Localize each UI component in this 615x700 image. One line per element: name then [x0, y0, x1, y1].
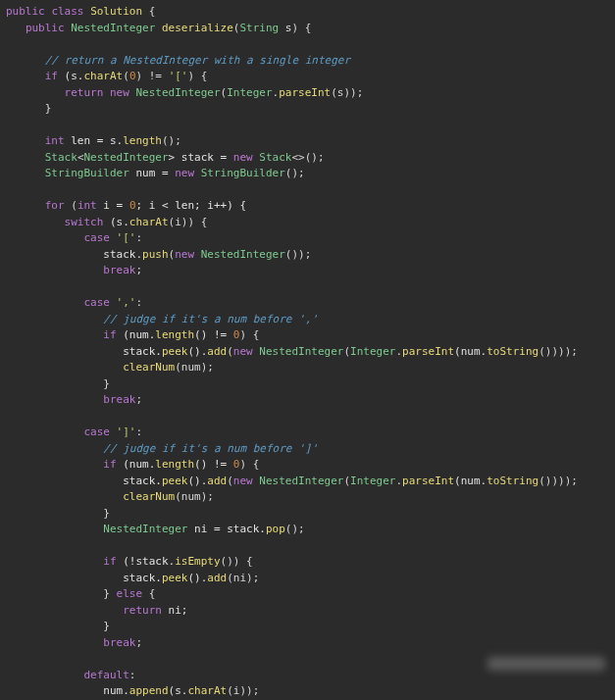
keyword: new — [233, 345, 253, 358]
keyword: int — [77, 199, 97, 212]
comment: // return a NestedInteger with a single … — [45, 54, 350, 67]
keyword: case — [83, 425, 110, 438]
keyword: return — [65, 86, 104, 99]
keyword: switch — [65, 216, 104, 228]
type: Integer — [227, 86, 272, 99]
type: StringBuilder — [45, 167, 129, 179]
keyword: return — [123, 604, 162, 617]
keyword: if — [45, 70, 58, 82]
method-name: deserialize — [162, 22, 233, 34]
keyword: break — [103, 264, 135, 276]
keyword: else — [117, 587, 143, 600]
keyword: if — [103, 458, 116, 471]
keyword: class — [51, 5, 83, 18]
keyword: break — [103, 393, 135, 406]
type: NestedInteger — [84, 151, 169, 164]
type: Stack — [45, 151, 77, 164]
comment: // judge if it's a num before ']' — [103, 442, 318, 455]
keyword: new — [175, 248, 194, 261]
keyword: break — [103, 636, 135, 649]
type: String — [239, 22, 279, 34]
type: NestedInteger — [103, 523, 187, 535]
punct: { — [142, 5, 155, 18]
keyword: new — [233, 151, 253, 164]
code-block: public class Solution { public NestedInt… — [0, 0, 615, 700]
string: '[' — [169, 70, 188, 82]
number: 0 — [129, 70, 136, 82]
keyword: default — [83, 669, 128, 681]
string: '[' — [110, 231, 136, 244]
number: 0 — [129, 199, 136, 212]
type: Integer — [350, 475, 395, 487]
keyword: public — [6, 5, 45, 18]
keyword: case — [83, 231, 110, 244]
type: NestedInteger — [135, 86, 220, 99]
keyword: new — [110, 86, 129, 99]
keyword: if — [103, 328, 116, 341]
keyword: case — [83, 296, 110, 309]
watermark-blur — [487, 657, 605, 671]
string: ',' — [110, 296, 136, 309]
keyword: for — [45, 199, 65, 212]
type: Integer — [350, 345, 395, 358]
keyword: public — [26, 22, 65, 34]
keyword: new — [175, 167, 194, 179]
string: ']' — [110, 425, 136, 438]
code-viewer: public class Solution { public NestedInt… — [0, 0, 615, 700]
keyword: if — [103, 555, 116, 568]
class-name: Solution — [90, 5, 142, 18]
keyword: int — [45, 134, 65, 147]
type: NestedInteger — [71, 22, 155, 34]
comment: // judge if it's a num before ',' — [103, 313, 318, 325]
keyword: new — [233, 475, 253, 487]
